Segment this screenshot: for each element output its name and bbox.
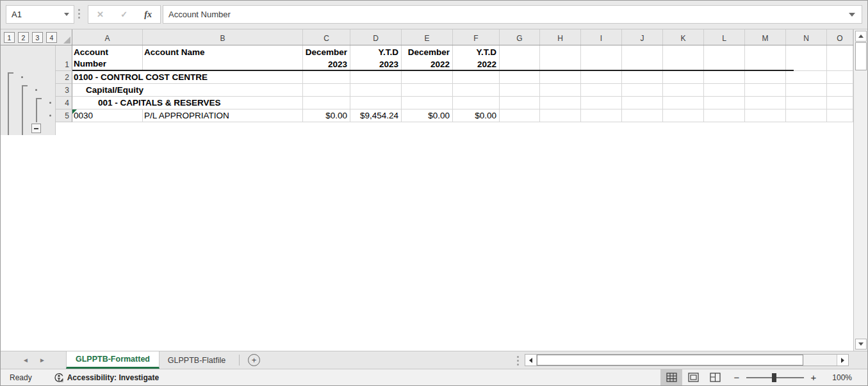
cell-B5[interactable]: P/L APPROPRIATION [143, 109, 303, 122]
cell-H3[interactable] [540, 84, 581, 97]
normal-view-button[interactable] [660, 369, 682, 385]
hscroll-resize-handle[interactable] [517, 356, 519, 366]
cell-O5[interactable] [827, 109, 853, 122]
cell-E5[interactable]: $0.00 [402, 109, 453, 122]
cell-H2[interactable] [540, 71, 581, 84]
column-header-i[interactable]: I [581, 29, 622, 45]
cancel-icon[interactable]: ✕ [97, 10, 104, 19]
outline-level-1-button[interactable]: 1 [4, 32, 15, 43]
cell-C5[interactable]: $0.00 [303, 109, 350, 122]
cell-F1[interactable]: Y.T.D2022 [453, 45, 500, 71]
column-header-j[interactable]: J [622, 29, 663, 45]
insert-function-icon[interactable]: fx [144, 10, 152, 20]
cell-D4[interactable] [350, 97, 402, 109]
scroll-up-button[interactable] [855, 31, 867, 42]
cell-I2[interactable] [581, 71, 622, 84]
cell-G5[interactable] [500, 109, 540, 122]
cell-K2[interactable] [663, 71, 704, 84]
select-all-button[interactable] [56, 29, 72, 45]
cell-K4[interactable] [663, 97, 704, 109]
cell-M4[interactable] [745, 97, 786, 109]
cell-G4[interactable] [500, 97, 540, 109]
cell-E4[interactable] [402, 97, 453, 109]
cell-F4[interactable] [453, 97, 500, 109]
cell-L2[interactable] [704, 71, 745, 84]
vertical-scrollbar-thumb[interactable] [855, 42, 867, 70]
cell-N1[interactable] [786, 45, 827, 71]
scroll-left-button[interactable] [525, 355, 537, 366]
horizontal-scrollbar[interactable] [525, 354, 849, 366]
cell-K3[interactable] [663, 84, 704, 97]
next-sheet-arrow[interactable]: ► [39, 357, 45, 364]
cell-E1[interactable]: December2022 [402, 45, 453, 71]
expand-formula-bar-icon[interactable] [849, 13, 855, 17]
cell-C2[interactable] [303, 71, 350, 84]
column-header-b[interactable]: B [143, 29, 303, 45]
cell-G3[interactable] [500, 84, 540, 97]
cell-O1[interactable] [827, 45, 853, 71]
cell-J5[interactable] [622, 109, 663, 122]
cell-L1[interactable] [704, 45, 745, 71]
row-header-2[interactable]: 2 [56, 71, 72, 84]
hscroll-track[interactable] [803, 355, 837, 366]
cell-L5[interactable] [704, 109, 745, 122]
column-header-f[interactable]: F [453, 29, 500, 45]
column-header-a[interactable]: A [72, 29, 143, 45]
row-header-5[interactable]: 5 [56, 109, 72, 122]
outline-level-2-button[interactable]: 2 [18, 32, 29, 43]
page-layout-view-button[interactable] [682, 369, 704, 385]
cell-C4[interactable] [303, 97, 350, 109]
cell-I4[interactable] [581, 97, 622, 109]
column-header-o[interactable]: O [827, 29, 853, 45]
cell-O4[interactable] [827, 97, 853, 109]
scroll-down-button[interactable] [855, 339, 867, 350]
sheet-tab-glpptb-flatfile[interactable]: GLPPTB-Flatfile [160, 351, 234, 369]
cell-M5[interactable] [745, 109, 786, 122]
cell-F2[interactable] [453, 71, 500, 84]
cell-I5[interactable] [581, 109, 622, 122]
cell-N2[interactable] [786, 71, 827, 84]
cell-L3[interactable] [704, 84, 745, 97]
cell-M3[interactable] [745, 84, 786, 97]
cell-A5[interactable]: 0030 [72, 109, 143, 122]
cell-L4[interactable] [704, 97, 745, 109]
cell-E2[interactable] [402, 71, 453, 84]
zoom-slider-track[interactable] [746, 377, 804, 378]
zoom-in-button[interactable]: + [808, 372, 819, 383]
row-header-3[interactable]: 3 [56, 84, 72, 97]
sheet-tab-glpptb-formatted[interactable]: GLPPTB-Formatted [66, 351, 160, 369]
cell-J4[interactable] [622, 97, 663, 109]
cell-A4[interactable]: 001 - CAPITALS & RESERVES [72, 97, 303, 109]
column-header-g[interactable]: G [500, 29, 540, 45]
cell-M1[interactable] [745, 45, 786, 71]
name-box-dropdown-icon[interactable] [64, 13, 69, 16]
cell-A1[interactable]: Account Number [72, 45, 143, 71]
vertical-scrollbar[interactable] [853, 29, 867, 351]
column-header-k[interactable]: K [663, 29, 704, 45]
cell-J3[interactable] [622, 84, 663, 97]
accessibility-status[interactable]: Accessibility: Investigate [54, 373, 159, 383]
column-header-d[interactable]: D [350, 29, 402, 45]
cell-D1[interactable]: Y.T.D2023 [350, 45, 402, 71]
cell-O2[interactable] [827, 71, 853, 84]
cell-H4[interactable] [540, 97, 581, 109]
cell-A3[interactable]: Capital/Equity [72, 84, 303, 97]
cell-H1[interactable] [540, 45, 581, 71]
cell-D5[interactable]: $9,454.24 [350, 109, 402, 122]
cell-K5[interactable] [663, 109, 704, 122]
cell-G2[interactable] [500, 71, 540, 84]
cell-H5[interactable] [540, 109, 581, 122]
column-header-m[interactable]: M [745, 29, 786, 45]
zoom-slider-thumb[interactable] [772, 373, 776, 382]
zoom-percentage[interactable]: 100% [823, 373, 852, 382]
cell-K1[interactable] [663, 45, 704, 71]
cell-E3[interactable] [402, 84, 453, 97]
cell-B1[interactable]: Account Name [143, 45, 303, 71]
cell-O3[interactable] [827, 84, 853, 97]
formula-bar-drag-handle[interactable] [78, 9, 80, 19]
cell-J1[interactable] [622, 45, 663, 71]
cell-I3[interactable] [581, 84, 622, 97]
cell-N4[interactable] [786, 97, 827, 109]
cell-D3[interactable] [350, 84, 402, 97]
row-header-4[interactable]: 4 [56, 97, 72, 109]
